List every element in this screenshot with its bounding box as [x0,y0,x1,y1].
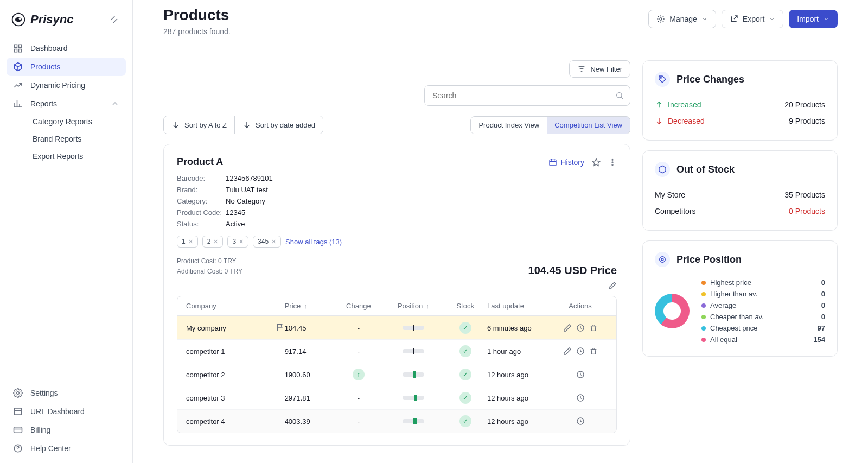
history-link[interactable]: History [548,158,584,167]
cell-stock: ✓ [443,322,487,334]
nav-products[interactable]: Products [7,58,126,76]
show-all-tags-link[interactable]: Show all tags (13) [285,238,342,246]
svg-point-12 [617,93,622,98]
cell-position [383,349,443,353]
donut-legend: Highest price0Higher than av.0Average0Ch… [701,277,825,345]
sort-date-button[interactable]: Sort by date added [234,116,323,134]
nav-settings[interactable]: Settings [7,384,126,402]
svg-rect-3 [14,45,17,47]
col-stock: Stock [443,302,487,310]
stock-ok-icon: ✓ [459,345,471,357]
col-position[interactable]: Position↑ [383,302,443,310]
collapse-sidebar-button[interactable] [106,12,122,27]
card-icon [13,425,23,435]
trash-icon[interactable] [589,347,598,356]
cell-position [383,372,443,377]
sort-az-button[interactable]: Sort by A to Z [164,116,234,134]
sort-arrow-icon: ↑ [304,303,307,309]
tag[interactable]: 1✕ [177,236,198,248]
help-icon [13,443,23,453]
clock-icon[interactable] [576,394,585,402]
box-icon [13,62,23,72]
nav-brand-reports[interactable]: Brand Reports [30,130,126,148]
clock-icon[interactable] [576,370,585,379]
tag-remove-icon[interactable]: ✕ [213,238,218,245]
pencil-icon[interactable] [608,281,617,290]
legend-dot [701,281,706,285]
arrow-down-icon [655,117,663,125]
cell-stock: ✓ [443,369,487,380]
stock-ok-icon: ✓ [459,322,471,334]
svg-rect-13 [550,160,556,166]
arrow-down-icon [242,120,251,129]
cell-company: competitor 3 [186,394,285,402]
nav-category-reports[interactable]: Category Reports [30,113,126,130]
cell-change: - [334,324,383,332]
donut-chart [655,294,690,328]
cell-change: - [334,347,383,356]
nav-billing[interactable]: Billing [7,421,126,439]
nav-url-dashboard[interactable]: URL Dashboard [7,402,126,421]
cell-actions [553,417,608,426]
trash-icon[interactable] [589,324,598,332]
pencil-icon[interactable] [563,324,572,332]
new-filter-button[interactable]: New Filter [569,60,630,78]
svg-point-15 [612,162,613,163]
tag-remove-icon[interactable]: ✕ [271,238,276,245]
import-button[interactable]: Import [789,10,838,28]
pencil-icon[interactable] [563,347,572,356]
gear-icon [13,388,23,398]
cell-company: competitor 1 [186,347,285,356]
search-icon [615,91,624,100]
nav-help-label: Help Center [30,444,71,453]
nav-dashboard[interactable]: Dashboard [7,39,126,58]
cell-change: - [334,417,383,426]
tag[interactable]: 2✕ [202,236,224,248]
nav-reports[interactable]: Reports [7,94,126,113]
brand-name: Prisync [30,12,74,27]
svg-rect-9 [14,427,22,433]
cell-company: competitor 2 [186,371,285,379]
svg-rect-4 [19,45,22,47]
cell-change: ↑ [334,369,383,380]
search-input[interactable] [424,85,630,106]
legend-row: Higher than av.0 [701,288,825,300]
main-content: Products 287 products found. Manage Expo… [133,0,868,463]
table-header: Company Price↑ Change Position↑ Stock La… [177,296,616,316]
legend-row: Average0 [701,300,825,311]
cell-price: 4003.39 [285,417,334,426]
target-icon [655,252,670,267]
legend-dot [701,315,706,319]
svg-point-23 [660,257,666,263]
manage-button[interactable]: Manage [648,10,716,28]
chevron-down-icon [701,16,708,22]
more-icon[interactable] [608,158,617,167]
cell-lastupdate: 12 hours ago [487,417,553,426]
col-price[interactable]: Price↑ [285,302,334,310]
cell-position [383,396,443,400]
page-subtitle: 287 products found. [163,27,231,36]
svg-point-2 [19,17,21,20]
tag[interactable]: 3✕ [227,236,248,248]
nav-help[interactable]: Help Center [7,439,126,458]
tag-remove-icon[interactable]: ✕ [239,238,244,245]
clock-icon[interactable] [576,324,585,332]
svg-point-22 [660,77,661,78]
clock-icon[interactable] [576,347,585,356]
page-title: Products [163,7,231,24]
tag[interactable]: 345✕ [253,236,281,248]
clock-icon[interactable] [576,417,585,426]
nav-export-reports[interactable]: Export Reports [30,148,126,165]
svg-point-24 [661,258,663,261]
export-button[interactable]: Export [722,10,783,28]
collapse-icon [110,15,118,24]
svg-rect-5 [14,49,17,52]
tag-remove-icon[interactable]: ✕ [188,238,193,245]
svg-rect-8 [14,408,22,415]
nav-dynamic-pricing[interactable]: Dynamic Pricing [7,76,126,94]
view-index-tab[interactable]: Product Index View [471,117,547,134]
star-icon[interactable] [592,158,601,167]
grid-icon [13,43,23,53]
sidebar-bottom: Settings URL Dashboard Billing Help Cent… [7,384,126,458]
view-competition-tab[interactable]: Competition List View [547,117,630,134]
